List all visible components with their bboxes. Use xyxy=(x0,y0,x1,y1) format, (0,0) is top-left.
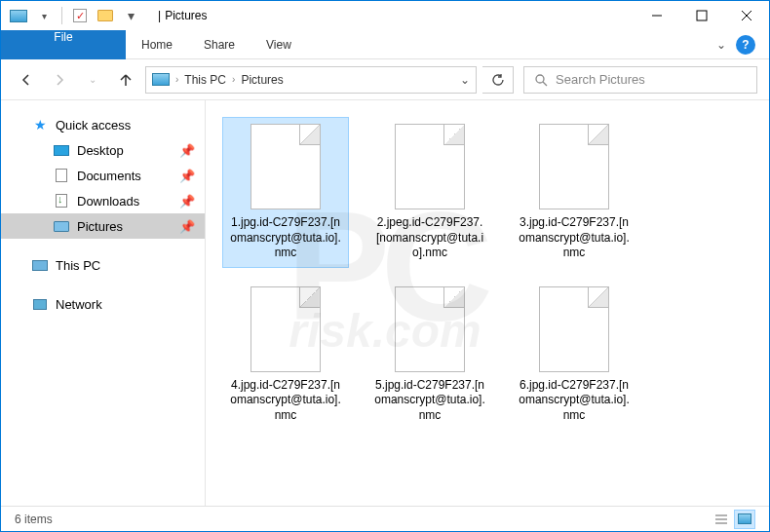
qat-customize-icon[interactable]: ▾ xyxy=(119,5,142,26)
sidebar-quick-access[interactable]: ★ Quick access xyxy=(1,112,205,137)
status-bar: 6 items xyxy=(1,506,769,531)
file-name: 6.jpg.id-C279F237.[nomanscrypt@tuta.io].… xyxy=(518,378,631,424)
sidebar-item-label: Quick access xyxy=(56,118,131,133)
titlebar: ▾ ✓ ▾ | Pictures xyxy=(1,1,769,30)
address-row: ⌄ › This PC › Pictures ⌄ Search Pictures xyxy=(1,59,769,100)
file-icon xyxy=(395,286,465,372)
thumbnails-view-button[interactable] xyxy=(734,510,755,529)
pin-icon: 📌 xyxy=(179,219,195,234)
file-item[interactable]: 3.jpg.id-C279F237.[nomanscrypt@tuta.io].… xyxy=(512,118,636,267)
pin-icon: 📌 xyxy=(179,194,195,209)
search-placeholder: Search Pictures xyxy=(556,72,645,87)
svg-point-4 xyxy=(536,75,544,83)
ribbon: File Home Share View ⌄ ? xyxy=(1,30,769,59)
chevron-right-icon[interactable]: › xyxy=(232,74,235,85)
qat-dropdown-icon[interactable]: ▾ xyxy=(32,5,56,26)
file-name: 1.jpg.id-C279F237.[nomanscrypt@tuta.io].… xyxy=(229,215,342,261)
back-button[interactable] xyxy=(13,66,40,94)
breadcrumb-folder[interactable]: Pictures xyxy=(241,73,283,87)
ribbon-expand-icon[interactable]: ⌄ xyxy=(716,38,726,52)
tab-view[interactable]: View xyxy=(250,30,307,59)
sidebar-item-label: Downloads xyxy=(77,194,139,209)
file-item[interactable]: 2.jpeg.id-C279F237.[nomanscrypt@tuta.io]… xyxy=(367,118,492,267)
sidebar-item-label: This PC xyxy=(56,258,100,273)
address-dropdown-icon[interactable]: ⌄ xyxy=(460,73,470,87)
separator xyxy=(61,7,62,24)
new-folder-button[interactable] xyxy=(94,5,117,26)
file-icon xyxy=(539,124,609,209)
file-item[interactable]: 1.jpg.id-C279F237.[nomanscrypt@tuta.io].… xyxy=(223,118,348,267)
downloads-icon xyxy=(56,194,67,208)
window-controls xyxy=(635,1,769,30)
help-icon[interactable]: ? xyxy=(736,35,755,55)
sidebar-item-desktop[interactable]: Desktop 📌 xyxy=(1,137,205,163)
navigation-pane: ★ Quick access Desktop 📌 Documents 📌 Dow… xyxy=(1,100,206,506)
file-icon xyxy=(395,124,465,209)
recent-dropdown-icon[interactable]: ⌄ xyxy=(79,66,106,94)
location-icon xyxy=(152,73,170,86)
properties-button[interactable]: ✓ xyxy=(68,5,92,26)
file-item[interactable]: 5.jpg.id-C279F237.[nomanscrypt@tuta.io].… xyxy=(367,281,492,430)
sidebar-item-label: Desktop xyxy=(77,143,124,158)
star-icon: ★ xyxy=(32,117,48,133)
forward-button[interactable] xyxy=(46,66,73,94)
file-name: 2.jpeg.id-C279F237.[nomanscrypt@tuta.io]… xyxy=(373,215,486,261)
sidebar-item-downloads[interactable]: Downloads 📌 xyxy=(1,188,205,213)
file-icon xyxy=(250,286,321,372)
details-view-button[interactable] xyxy=(711,510,732,529)
sidebar-network[interactable]: Network xyxy=(1,291,205,317)
close-button[interactable] xyxy=(724,1,769,30)
file-list[interactable]: 1.jpg.id-C279F237.[nomanscrypt@tuta.io].… xyxy=(206,100,769,506)
tab-share[interactable]: Share xyxy=(188,30,250,59)
document-icon xyxy=(56,169,67,182)
chevron-right-icon[interactable]: › xyxy=(175,74,178,85)
pin-icon: 📌 xyxy=(179,169,195,183)
address-bar[interactable]: › This PC › Pictures ⌄ xyxy=(145,66,477,94)
sidebar-item-label: Pictures xyxy=(77,219,123,234)
pin-icon: 📌 xyxy=(179,143,195,158)
file-item[interactable]: 4.jpg.id-C279F237.[nomanscrypt@tuta.io].… xyxy=(223,281,348,430)
quick-access-toolbar: ▾ ✓ ▾ xyxy=(1,5,142,26)
pictures-icon xyxy=(54,221,69,232)
refresh-button[interactable] xyxy=(482,66,514,94)
svg-rect-1 xyxy=(697,11,707,20)
sidebar-this-pc[interactable]: This PC xyxy=(1,252,205,278)
item-count: 6 items xyxy=(15,513,53,526)
sidebar-item-label: Documents xyxy=(77,169,141,183)
search-icon xyxy=(534,73,548,87)
pc-icon xyxy=(32,260,48,271)
explorer-window: ▾ ✓ ▾ | Pictures File Home Share View ⌄ … xyxy=(0,0,770,532)
file-icon xyxy=(250,124,321,209)
file-name: 3.jpg.id-C279F237.[nomanscrypt@tuta.io].… xyxy=(518,215,631,261)
file-item[interactable]: 6.jpg.id-C279F237.[nomanscrypt@tuta.io].… xyxy=(512,281,636,430)
file-name: 4.jpg.id-C279F237.[nomanscrypt@tuta.io].… xyxy=(229,378,342,424)
window-title: | Pictures xyxy=(158,9,207,22)
minimize-button[interactable] xyxy=(635,1,679,30)
sidebar-item-label: Network xyxy=(56,297,102,312)
file-icon xyxy=(539,286,609,372)
maximize-button[interactable] xyxy=(679,1,724,30)
body: ★ Quick access Desktop 📌 Documents 📌 Dow… xyxy=(1,100,769,506)
up-button[interactable] xyxy=(112,66,139,94)
desktop-icon xyxy=(54,145,69,156)
explorer-icon[interactable] xyxy=(7,5,30,26)
file-name: 5.jpg.id-C279F237.[nomanscrypt@tuta.io].… xyxy=(373,378,486,424)
sidebar-item-documents[interactable]: Documents 📌 xyxy=(1,163,205,188)
tab-file[interactable]: File xyxy=(1,30,126,59)
sidebar-item-pictures[interactable]: Pictures 📌 xyxy=(1,213,205,239)
breadcrumb-this-pc[interactable]: This PC xyxy=(184,73,226,87)
svg-line-5 xyxy=(543,82,547,86)
tab-home[interactable]: Home xyxy=(126,30,188,59)
network-icon xyxy=(33,299,47,310)
search-input[interactable]: Search Pictures xyxy=(523,66,757,94)
